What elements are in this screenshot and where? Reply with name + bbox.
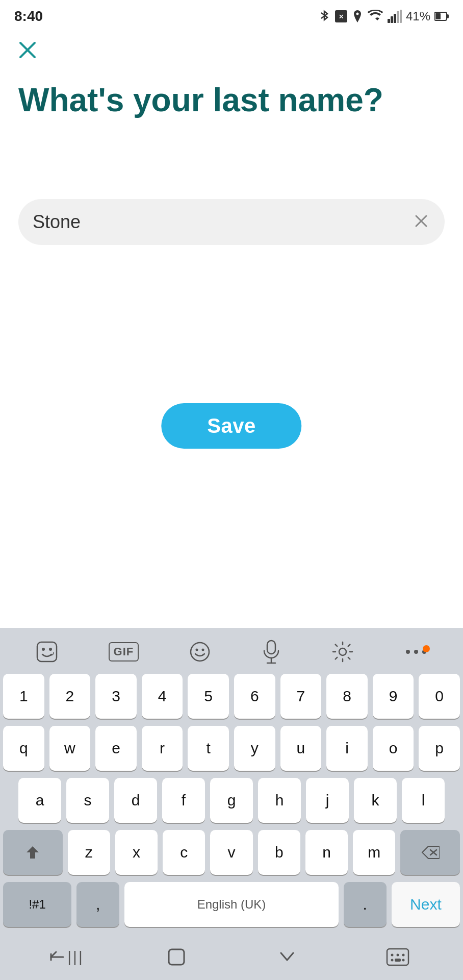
svg-point-34: [391, 954, 393, 957]
key-f[interactable]: f: [162, 778, 205, 823]
status-time: 8:40: [14, 8, 43, 24]
key-z[interactable]: z: [68, 830, 110, 875]
back-button[interactable]: |||: [10, 947, 121, 967]
key-0[interactable]: 0: [419, 674, 460, 719]
svg-point-24: [406, 650, 410, 654]
key-m[interactable]: m: [353, 830, 395, 875]
key-7[interactable]: 7: [280, 674, 322, 719]
clear-input-button[interactable]: [412, 212, 430, 232]
more-icon[interactable]: [404, 647, 428, 656]
svg-point-35: [396, 954, 399, 957]
key-6[interactable]: 6: [234, 674, 275, 719]
key-o[interactable]: o: [373, 726, 414, 771]
last-name-input[interactable]: [33, 211, 412, 233]
comma-key[interactable]: ,: [76, 882, 119, 927]
key-3[interactable]: 3: [95, 674, 137, 719]
key-w[interactable]: w: [49, 726, 91, 771]
key-9[interactable]: 9: [373, 674, 414, 719]
sticker-icon[interactable]: [35, 640, 59, 664]
wifi-icon: [367, 10, 383, 23]
key-e[interactable]: e: [95, 726, 137, 771]
recents-button[interactable]: [232, 949, 342, 965]
key-g[interactable]: g: [210, 778, 253, 823]
emoji-icon[interactable]: [189, 641, 211, 663]
svg-rect-6: [400, 10, 402, 23]
save-button[interactable]: Save: [161, 403, 301, 449]
key-k[interactable]: k: [354, 778, 397, 823]
svg-rect-9: [447, 14, 449, 18]
key-u[interactable]: u: [280, 726, 322, 771]
key-5[interactable]: 5: [188, 674, 229, 719]
svg-rect-39: [395, 959, 401, 962]
svg-text:✕: ✕: [339, 13, 344, 20]
key-h[interactable]: h: [258, 778, 301, 823]
asdf-row: a s d f g h j k l: [3, 778, 460, 823]
svg-point-38: [402, 959, 404, 962]
next-key[interactable]: Next: [392, 882, 460, 927]
key-d[interactable]: d: [114, 778, 157, 823]
signal-icon: [388, 10, 402, 23]
key-y[interactable]: y: [234, 726, 275, 771]
svg-rect-33: [387, 949, 408, 965]
key-4[interactable]: 4: [142, 674, 183, 719]
svg-point-16: [49, 648, 52, 651]
battery-icon: [434, 11, 449, 21]
backspace-key[interactable]: [400, 830, 460, 875]
bottom-row: !#1 , English (UK) . Next: [3, 882, 460, 927]
key-q[interactable]: q: [3, 726, 44, 771]
key-t[interactable]: t: [188, 726, 229, 771]
home-button[interactable]: [121, 945, 232, 969]
svg-rect-14: [37, 642, 57, 662]
key-c[interactable]: c: [163, 830, 205, 875]
settings-icon[interactable]: [331, 640, 354, 664]
keyboard-rows: 1 2 3 4 5 6 7 8 9 0 q w e r t y u i o p …: [0, 674, 463, 927]
symbol-key[interactable]: !#1: [3, 882, 71, 927]
key-2[interactable]: 2: [49, 674, 91, 719]
key-p[interactable]: p: [419, 726, 460, 771]
svg-point-25: [414, 650, 418, 654]
key-x[interactable]: x: [115, 830, 158, 875]
mute-icon: ✕: [335, 10, 348, 23]
qwerty-row: q w e r t y u i o p: [3, 726, 460, 771]
svg-rect-32: [169, 949, 184, 965]
zxcv-row: z x c v b n m: [3, 830, 460, 875]
bluetooth-icon: [318, 9, 330, 23]
svg-point-18: [195, 649, 198, 651]
svg-point-15: [42, 648, 45, 651]
key-j[interactable]: j: [306, 778, 349, 823]
key-b[interactable]: b: [258, 830, 300, 875]
key-8[interactable]: 8: [326, 674, 368, 719]
key-i[interactable]: i: [326, 726, 368, 771]
key-n[interactable]: n: [305, 830, 348, 875]
key-l[interactable]: l: [402, 778, 445, 823]
number-row: 1 2 3 4 5 6 7 8 9 0: [3, 674, 460, 719]
svg-point-19: [201, 649, 204, 651]
svg-rect-4: [394, 14, 396, 23]
location-icon: [352, 9, 363, 23]
close-button[interactable]: [16, 39, 39, 63]
keyboard-toolbar: GIF: [0, 628, 463, 674]
status-bar: 8:40 ✕ 41%: [0, 0, 463, 31]
shift-key[interactable]: [3, 830, 63, 875]
key-v[interactable]: v: [210, 830, 252, 875]
battery-text: 41%: [406, 9, 430, 23]
mic-icon[interactable]: [261, 640, 281, 664]
svg-rect-8: [435, 13, 441, 19]
svg-point-37: [391, 959, 393, 962]
key-1[interactable]: 1: [3, 674, 44, 719]
key-a[interactable]: a: [18, 778, 61, 823]
gif-icon[interactable]: GIF: [109, 642, 139, 662]
keyboard-toggle-button[interactable]: [342, 948, 453, 966]
svg-point-17: [191, 643, 209, 661]
svg-rect-2: [388, 19, 390, 23]
svg-point-23: [339, 648, 346, 655]
last-name-input-container: [18, 199, 445, 245]
period-key[interactable]: .: [344, 882, 387, 927]
space-key[interactable]: English (UK): [124, 882, 339, 927]
keyboard: GIF: [0, 628, 463, 980]
svg-rect-20: [267, 641, 275, 654]
svg-rect-3: [391, 16, 393, 23]
key-r[interactable]: r: [142, 726, 183, 771]
svg-rect-5: [397, 11, 399, 23]
key-s[interactable]: s: [66, 778, 109, 823]
